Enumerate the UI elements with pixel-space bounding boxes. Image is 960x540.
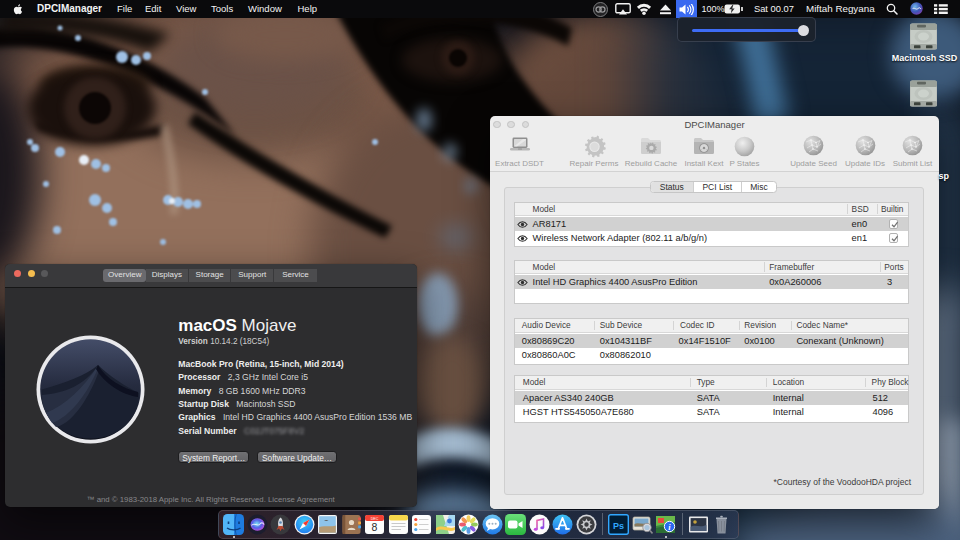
svg-text:8: 8 bbox=[372, 521, 378, 533]
svg-text:Ps: Ps bbox=[613, 520, 624, 530]
